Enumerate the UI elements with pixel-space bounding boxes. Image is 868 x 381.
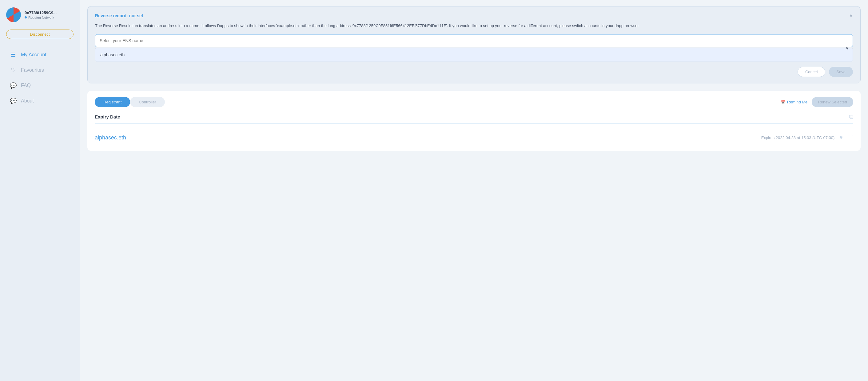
network-label: Ropsten Network: [28, 16, 54, 20]
disconnect-button[interactable]: Disconnect: [6, 30, 73, 39]
sidebar: 0x7788f1259C9... Ropsten Network Disconn…: [0, 0, 80, 381]
wallet-address: 0x7788f1259C9...: [25, 10, 57, 15]
ens-select-wrapper: ∨ alphasec.eth: [95, 34, 853, 62]
save-button[interactable]: Save: [829, 67, 853, 77]
expiry-section: Expiry Date ⧉: [95, 113, 853, 123]
wallet-info: 0x7788f1259C9... Ropsten Network: [25, 10, 57, 20]
chat-icon-about: 💬: [10, 97, 17, 104]
ens-name-input[interactable]: [95, 34, 853, 47]
sidebar-item-label-about: About: [21, 98, 34, 104]
ens-item-name-0[interactable]: alphasec.eth: [95, 135, 126, 141]
reverse-record-header: Reverse record: not set ∨: [95, 12, 853, 19]
chat-icon-faq: 💬: [10, 82, 17, 89]
remind-me-label: Remind Me: [787, 100, 807, 104]
sidebar-item-faq[interactable]: 💬 FAQ: [5, 79, 75, 93]
ens-item-right-0: Expires 2022.04.28 at 15:03 (UTC-07:00) …: [761, 135, 853, 141]
avatar: [6, 7, 21, 22]
tab-row: Registrant Controller 📅 Remind Me Renew …: [95, 97, 853, 107]
cancel-button[interactable]: Cancel: [798, 67, 825, 77]
ens-dropdown-item-0[interactable]: alphasec.eth: [95, 48, 852, 62]
renew-selected-button[interactable]: Renew Selected: [812, 97, 853, 107]
tab-actions: 📅 Remind Me Renew Selected: [780, 97, 853, 107]
heart-icon: ♡: [10, 67, 17, 74]
sidebar-item-label-my-account: My Account: [21, 52, 46, 58]
ens-item-row-0: alphasec.eth Expires 2022.04.28 at 15:03…: [95, 131, 853, 145]
sidebar-item-my-account[interactable]: ☰ My Account: [5, 48, 75, 62]
ens-dropdown: alphasec.eth: [95, 48, 853, 62]
copy-icon[interactable]: ⧉: [849, 113, 853, 120]
network-dot: [25, 16, 27, 19]
reverse-record-description: The Reverse Resolution translates an add…: [95, 23, 853, 29]
list-icon: ☰: [10, 51, 17, 58]
network-status: Ropsten Network: [25, 16, 57, 20]
favourite-icon-0[interactable]: ♥: [839, 135, 843, 141]
remind-me-button[interactable]: 📅 Remind Me: [780, 100, 807, 104]
calendar-icon: 📅: [780, 100, 785, 104]
sidebar-item-label-faq: FAQ: [21, 83, 31, 88]
sidebar-item-favourites[interactable]: ♡ Favourites: [5, 63, 75, 77]
reverse-record-title: Reverse record: not set: [95, 13, 143, 18]
wallet-header: 0x7788f1259C9... Ropsten Network: [0, 7, 80, 30]
tabs: Registrant Controller: [95, 97, 165, 107]
sidebar-item-about[interactable]: 💬 About: [5, 94, 75, 108]
tab-controller[interactable]: Controller: [130, 97, 164, 107]
ens-item-expires-0: Expires 2022.04.28 at 15:03 (UTC-07:00): [761, 136, 835, 140]
select-checkbox-0[interactable]: [848, 135, 853, 140]
reverse-record-card: Reverse record: not set ∨ The Reverse Re…: [87, 6, 861, 83]
sidebar-nav: ☰ My Account ♡ Favourites 💬 FAQ 💬 About: [0, 48, 80, 108]
reverse-record-actions: Cancel Save: [95, 67, 853, 77]
collapse-icon[interactable]: ∨: [849, 12, 853, 19]
tab-registrant[interactable]: Registrant: [95, 97, 130, 107]
expiry-date-label: Expiry Date: [95, 114, 120, 119]
bottom-section: Registrant Controller 📅 Remind Me Renew …: [87, 91, 861, 151]
main-content: Reverse record: not set ∨ The Reverse Re…: [80, 0, 868, 381]
sidebar-item-label-favourites: Favourites: [21, 67, 44, 73]
